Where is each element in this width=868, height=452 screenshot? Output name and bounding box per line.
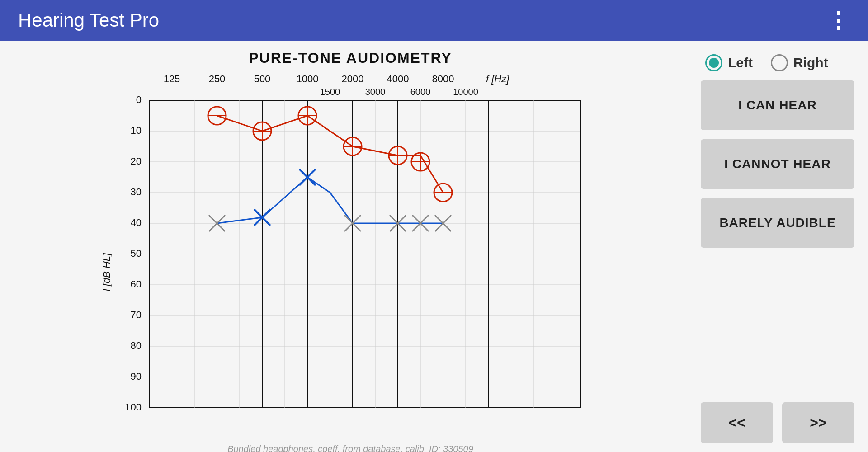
svg-text:500: 500	[254, 73, 271, 85]
svg-text:l [dB HL]: l [dB HL]	[102, 253, 112, 291]
left-ear-option[interactable]: Left	[705, 54, 753, 71]
svg-text:3000: 3000	[365, 87, 386, 97]
ear-selector: Left Right	[701, 54, 854, 71]
left-ear-label: Left	[728, 55, 753, 71]
right-ear-radio[interactable]	[771, 54, 788, 71]
chart-caption: Bundled headphones, coeff. from database…	[227, 444, 473, 452]
svg-text:20: 20	[131, 155, 142, 167]
audiogram-chart: 125 250 500 1000 2000 4000 8000 f [Hz] 1…	[102, 69, 599, 441]
svg-text:6000: 6000	[410, 87, 431, 97]
svg-text:30: 30	[131, 186, 142, 198]
svg-text:0: 0	[136, 94, 142, 105]
menu-icon[interactable]: ⋮	[827, 8, 850, 33]
svg-text:60: 60	[131, 278, 142, 290]
svg-text:1000: 1000	[297, 73, 319, 85]
left-ear-radio[interactable]	[705, 54, 722, 71]
app-title: Hearing Test Pro	[18, 9, 159, 31]
svg-text:1500: 1500	[320, 87, 340, 97]
cannot-hear-button[interactable]: I CANNOT HEAR	[701, 139, 854, 189]
chart-area: PURE-TONE AUDIOMETRY 125 250 500 1000 20…	[14, 50, 687, 443]
can-hear-button[interactable]: I CAN HEAR	[701, 80, 854, 130]
svg-text:100: 100	[125, 401, 142, 413]
svg-text:90: 90	[131, 371, 142, 382]
next-button[interactable]: >>	[782, 402, 854, 443]
svg-text:4000: 4000	[387, 73, 409, 85]
svg-text:50: 50	[131, 248, 142, 259]
nav-buttons: << >>	[701, 402, 854, 443]
svg-text:40: 40	[131, 217, 142, 228]
svg-text:80: 80	[131, 340, 142, 351]
svg-text:2000: 2000	[342, 73, 364, 85]
right-ear-option[interactable]: Right	[771, 54, 828, 71]
svg-text:8000: 8000	[432, 73, 454, 85]
svg-text:250: 250	[209, 73, 226, 85]
prev-button[interactable]: <<	[701, 402, 773, 443]
svg-text:125: 125	[164, 73, 180, 85]
chart-title: PURE-TONE AUDIOMETRY	[249, 50, 452, 66]
svg-text:f [Hz]: f [Hz]	[486, 73, 509, 85]
left-ear-radio-inner	[709, 58, 719, 68]
svg-text:10: 10	[131, 125, 142, 136]
right-ear-label: Right	[793, 55, 828, 71]
svg-text:70: 70	[131, 309, 142, 320]
right-panel: Left Right I CAN HEAR I CANNOT HEAR BARE…	[701, 50, 854, 443]
svg-text:10000: 10000	[453, 87, 478, 97]
barely-audible-button[interactable]: BARELY AUDIBLE	[701, 198, 854, 248]
app-header: Hearing Test Pro ⋮	[0, 0, 868, 41]
main-content: PURE-TONE AUDIOMETRY 125 250 500 1000 20…	[0, 41, 868, 452]
